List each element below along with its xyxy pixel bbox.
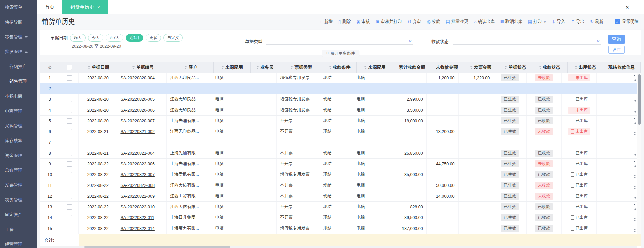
import-button[interactable]: ↧导入	[552, 19, 565, 25]
date-pill[interactable]: 昨天	[70, 34, 86, 42]
table-row[interactable]: 152022-08-22SA-20220822-014上海宝力有限...电脑增值…	[40, 223, 641, 234]
row-checkbox[interactable]	[67, 194, 72, 199]
row-checkbox[interactable]	[67, 172, 72, 177]
select-all-checkbox[interactable]	[67, 65, 72, 70]
doc-search-icon[interactable]	[634, 204, 635, 209]
fullscreen-icon[interactable]	[635, 5, 639, 9]
row-checkbox[interactable]	[67, 108, 72, 113]
column-header-payment_terms[interactable]: 收款条件	[323, 62, 357, 73]
receive-payment-button[interactable]: ◎收款	[427, 19, 440, 25]
table-row[interactable]: 92022-08-22SA-20220822-006上海先浦有限...电脑不开票…	[40, 159, 641, 169]
sort-arrows-icon[interactable]	[329, 66, 332, 69]
doc-search-icon[interactable]	[634, 161, 635, 166]
order-number-link[interactable]: SA-20220820-004	[120, 76, 154, 80]
table-row[interactable]: 52022-08-20SA-20220820-007上海先浦有限...电脑不开票…	[40, 116, 641, 126]
sidebar-item[interactable]: 零售管理	[0, 30, 37, 44]
sort-arrows-icon[interactable]	[539, 66, 542, 69]
sidebar-item[interactable]: 批发管理	[0, 44, 37, 59]
sidebar-item[interactable]: 发票管理	[0, 178, 37, 193]
doc-search-icon[interactable]	[634, 97, 635, 102]
column-header-ship_status[interactable]: 出库状态	[568, 62, 603, 73]
sidebar-item[interactable]: 电商管理	[0, 104, 37, 119]
doc-search-icon[interactable]	[634, 108, 635, 113]
vertical-scrollbar[interactable]	[637, 73, 641, 234]
sidebar-item[interactable]: 税务管理	[0, 193, 37, 207]
date-pill[interactable]: 今天	[88, 34, 103, 42]
order-number-link[interactable]: SA-20220822-010	[120, 205, 154, 209]
query-button[interactable]: 查询	[608, 35, 625, 44]
table-row[interactable]: 82022-08-21SA-20220821-004上海先浦有限...电脑不开票…	[40, 148, 641, 159]
order-number-link[interactable]: SA-20220821-004	[120, 151, 154, 156]
unaudit-button[interactable]: ↺弃审	[408, 19, 421, 25]
row-checkbox[interactable]	[67, 75, 72, 81]
order-number-link[interactable]: SA-20220822-007	[120, 172, 154, 177]
doc-search-icon[interactable]	[634, 226, 635, 231]
sidebar-item[interactable]: 搜索菜单	[0, 0, 37, 15]
sidebar-item[interactable]: 库存核算	[0, 133, 37, 148]
audit-print-button[interactable]: ▣审核并打印	[376, 19, 402, 25]
audit-button[interactable]: ◉审核	[356, 19, 370, 25]
table-row[interactable]: 7	[40, 137, 641, 148]
doc-search-icon[interactable]	[634, 215, 635, 220]
horizontal-scrollbar-thumb[interactable]	[84, 246, 230, 248]
row-checkbox[interactable]	[67, 204, 72, 210]
show-detail-checkbox[interactable]: ✓显示明细	[615, 19, 639, 25]
refresh-button[interactable]: ↻刷新	[590, 19, 603, 25]
column-header-doc_status[interactable]: 单据状态	[498, 62, 532, 73]
confirm-outbound-button[interactable]: ⌂确认出库	[474, 19, 495, 25]
date-pill[interactable]: 近1月	[126, 34, 144, 42]
row-checkbox[interactable]	[67, 97, 72, 102]
horizontal-scrollbar[interactable]	[40, 246, 637, 248]
column-header-invoice_type[interactable]: 票据类型	[279, 62, 323, 73]
settings-button[interactable]: 设置	[608, 46, 625, 54]
sort-arrows-icon[interactable]	[470, 66, 473, 69]
table-row[interactable]: 62022-08-21SA-20220821-002江西无印良品...电脑不开票…	[40, 126, 641, 137]
order-number-link[interactable]: SA-20220821-002	[120, 129, 154, 134]
sort-arrows-icon[interactable]	[221, 66, 224, 69]
column-header-invoice_amount[interactable]: 发票金额	[463, 62, 499, 73]
row-checkbox[interactable]	[67, 226, 72, 231]
order-number-link[interactable]: SA-20220822-008	[120, 183, 154, 188]
sidebar-item[interactable]: 经营管理	[0, 237, 37, 248]
sort-arrows-icon[interactable]	[256, 66, 259, 69]
table-row[interactable]: 102022-08-22SA-20220822-007上海爱枫有限...电脑增值…	[40, 169, 641, 180]
sidebar-item[interactable]: 采购管理	[0, 119, 37, 133]
doc-search-icon[interactable]	[634, 172, 635, 177]
row-checkbox[interactable]	[67, 215, 72, 220]
sort-arrows-icon[interactable]	[575, 66, 577, 69]
payment-status-select[interactable]: ∨	[453, 36, 601, 45]
doc-search-icon[interactable]	[634, 75, 635, 80]
column-header-no[interactable]: 单据编号	[118, 62, 168, 73]
column-header-customer[interactable]: 客户	[168, 62, 214, 73]
sidebar-item[interactable]: 资金管理	[0, 148, 37, 163]
gear-icon[interactable]: ⚙	[48, 65, 52, 70]
order-number-link[interactable]: SA-20220820-006	[120, 108, 154, 113]
new-button[interactable]: ＋新增	[319, 19, 333, 25]
sidebar-item[interactable]: 固定资产	[0, 207, 37, 222]
sort-arrows-icon[interactable]	[88, 66, 90, 69]
date-pill[interactable]: 近7天	[106, 34, 123, 42]
sort-arrows-icon[interactable]	[184, 66, 187, 69]
checkbox-checked-icon[interactable]: ✓	[615, 19, 620, 24]
order-number-link[interactable]: SA-20220822-009	[120, 194, 154, 199]
cancel-outbound-button[interactable]: ⊠取消出库	[500, 19, 522, 25]
sort-arrows-icon[interactable]	[504, 66, 507, 69]
order-number-link[interactable]: SA-20220822-011	[120, 215, 154, 220]
column-header-date[interactable]: 单据日期	[79, 62, 118, 73]
sidebar-item[interactable]: 总账管理	[0, 163, 37, 178]
doc-search-icon[interactable]	[634, 118, 635, 123]
sidebar-item[interactable]: 销售管理	[0, 74, 37, 89]
tab-home[interactable]: 首页	[37, 0, 62, 14]
order-number-link[interactable]: SA-20220822-006	[120, 162, 154, 166]
order-number-link[interactable]: SA-20220822-014	[120, 226, 154, 231]
sort-arrows-icon[interactable]	[364, 66, 367, 69]
doc-search-icon[interactable]	[634, 151, 635, 156]
close-icon[interactable]: ×	[625, 4, 629, 10]
doc-search-icon[interactable]	[634, 183, 635, 188]
tab-sales-history[interactable]: 销货单历史×	[62, 0, 108, 14]
print-button[interactable]: ▦打印∨	[528, 19, 546, 25]
table-row[interactable]: 2	[40, 83, 641, 94]
table-row[interactable]: 32022-08-20SA-20220820-005江西无印良品...电脑增值税…	[40, 94, 641, 105]
export-button[interactable]: ↥导出	[571, 19, 584, 25]
delete-button[interactable]: ▯删除	[338, 19, 351, 25]
